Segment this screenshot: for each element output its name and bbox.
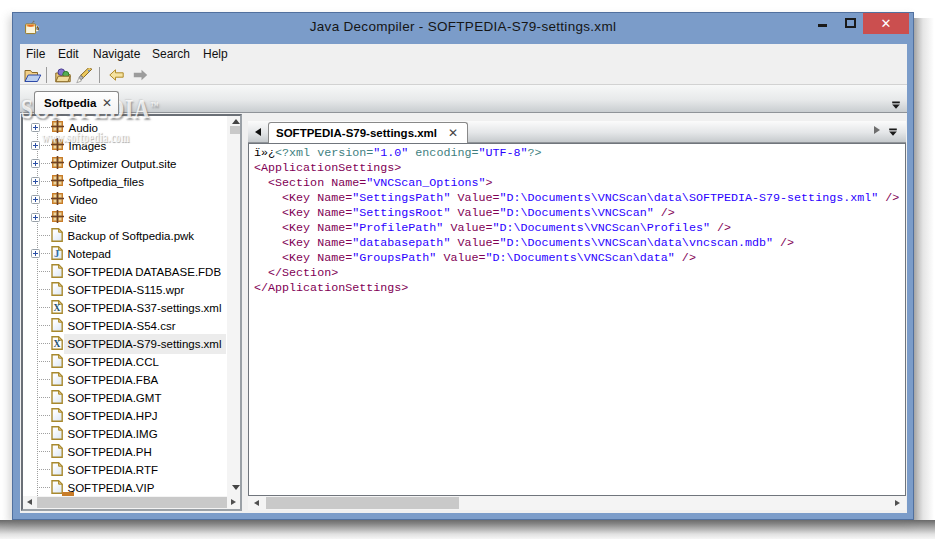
svg-text:X: X	[53, 339, 60, 349]
svg-text:J: J	[54, 248, 59, 259]
svg-text:X: X	[53, 303, 60, 313]
